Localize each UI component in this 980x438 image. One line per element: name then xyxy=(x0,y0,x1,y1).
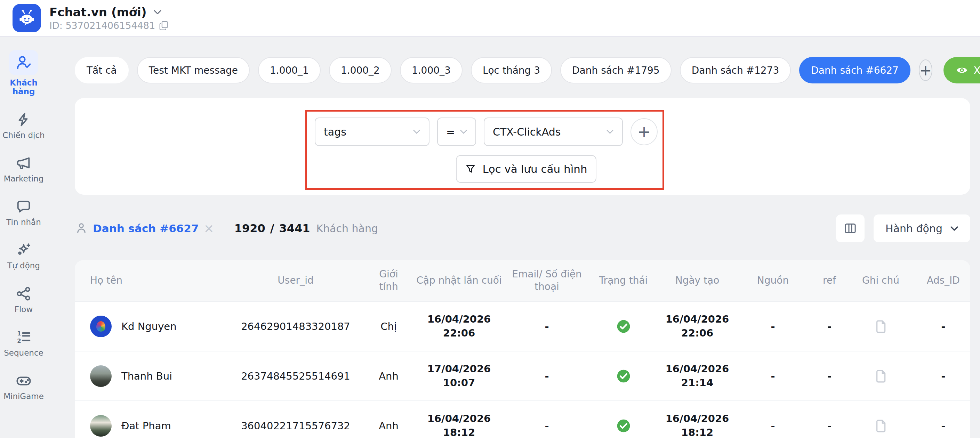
sidebar-label: Tự động xyxy=(7,262,40,270)
sidebar-item-flow[interactable]: Flow xyxy=(0,286,47,314)
count-unit: Khách hàng xyxy=(316,222,378,235)
avatar[interactable] xyxy=(90,365,111,387)
actions-dropdown-button[interactable]: Hành động xyxy=(873,214,970,242)
view-shared-list-label: Xem danh sách chia xyxy=(974,64,980,76)
add-condition-button[interactable]: + xyxy=(630,118,658,145)
status-active-icon xyxy=(616,368,631,384)
col-header-name[interactable]: Họ tên xyxy=(75,274,223,287)
cell-user-id: 26374845525514691 xyxy=(223,370,369,382)
col-header-ads-id[interactable]: Ads_ID xyxy=(916,274,970,287)
add-tab-button[interactable]: + xyxy=(919,59,932,81)
page-title: Fchat.vn (mới) xyxy=(49,5,146,19)
cell-ads-id: - xyxy=(916,321,970,332)
sidebar-item-tin-nhan[interactable]: Tin nhắn xyxy=(0,198,47,227)
cell-created-time: 18:12 xyxy=(681,426,713,438)
chevron-down-icon xyxy=(460,129,468,134)
filter-operator-value: = xyxy=(446,126,455,138)
customer-name[interactable]: Thanh Bui xyxy=(121,370,172,382)
customer-name[interactable]: Đat Pham xyxy=(121,420,171,432)
customer-name[interactable]: Kd Nguyen xyxy=(121,321,177,332)
sidebar-item-marketing[interactable]: Marketing xyxy=(0,155,47,183)
cell-created-date: 16/04/2026 xyxy=(666,313,729,326)
note-icon[interactable] xyxy=(874,319,888,334)
column-settings-button[interactable] xyxy=(836,214,865,242)
chevron-down-icon[interactable] xyxy=(153,10,162,15)
cell-source: - xyxy=(732,420,814,432)
copy-icon[interactable] xyxy=(159,21,168,30)
svg-text:1: 1 xyxy=(17,330,21,337)
sidebar-label: Chiến dịch xyxy=(2,131,45,140)
sidebar-label: Tin nhắn xyxy=(6,218,41,227)
cell-ref: - xyxy=(814,420,845,432)
share-nodes-icon xyxy=(16,286,32,302)
eye-icon xyxy=(956,66,968,75)
columns-icon xyxy=(843,221,857,235)
sidebar-label: Khách hàng xyxy=(0,79,47,96)
cell-updated-time: 10:07 xyxy=(443,376,475,390)
view-shared-list-button[interactable]: Xem danh sách chia xyxy=(943,57,980,83)
cell-ads-id: - xyxy=(916,420,970,432)
cell-ref: - xyxy=(814,321,845,332)
table-row[interactable]: Đat Pham 36040221715576732 Anh 16/04/202… xyxy=(75,400,970,438)
sidebar-item-minigame[interactable]: MiniGame xyxy=(0,373,47,401)
main-content: Tất cả Test MKT message 1.000_1 1.000_2 … xyxy=(47,37,980,438)
col-header-gender[interactable]: Giới tính xyxy=(369,268,409,294)
count-current: 1920 xyxy=(234,222,265,235)
tab-danh-sach-1795[interactable]: Danh sách #1795 xyxy=(560,57,671,83)
cell-ref: - xyxy=(814,370,845,382)
sidebar-item-sequence[interactable]: 1 2 Sequence xyxy=(0,329,47,357)
chat-bubble-icon xyxy=(16,198,32,214)
person-icon xyxy=(75,222,88,235)
filter-operator-select[interactable]: = xyxy=(437,117,476,146)
avatar[interactable] xyxy=(90,415,111,436)
count-separator: / xyxy=(270,222,274,235)
fchat-logo[interactable] xyxy=(13,4,41,32)
tab-loc-thang-3[interactable]: Lọc tháng 3 xyxy=(471,57,552,83)
table-row[interactable]: Thanh Bui 26374845525514691 Anh 17/04/20… xyxy=(75,351,970,400)
col-header-last-update[interactable]: Cập nhật lần cuối xyxy=(409,274,509,287)
apply-filter-label: Lọc và lưu cấu hình xyxy=(482,163,587,175)
customer-counts: 1920 / 3441 Khách hàng xyxy=(234,222,378,235)
sidebar-item-khach-hang[interactable]: Khách hàng xyxy=(0,50,47,96)
cell-user-id: 26462901483320187 xyxy=(223,321,369,332)
col-header-email[interactable]: Email/ Số điện thoại xyxy=(509,268,584,294)
cell-source: - xyxy=(732,321,814,332)
tab-danh-sach-6627[interactable]: Danh sách #6627 xyxy=(799,57,910,83)
sidebar-item-tu-dong[interactable]: Tự động xyxy=(0,242,47,270)
table-header-row: Họ tên User_id Giới tính Cập nhật lần cu… xyxy=(75,260,970,301)
note-icon[interactable] xyxy=(874,368,888,384)
col-header-user-id[interactable]: User_id xyxy=(223,274,369,287)
active-list-link[interactable]: Danh sách #6627 xyxy=(93,222,199,235)
chevron-down-icon xyxy=(413,129,420,134)
gamepad-icon xyxy=(16,373,32,389)
cell-email: - xyxy=(509,420,584,432)
apply-filter-button[interactable]: Lọc và lưu cấu hình xyxy=(456,155,597,183)
col-header-ref[interactable]: ref xyxy=(814,274,845,287)
cell-updated-time: 22:06 xyxy=(443,327,475,340)
tab-1000-3[interactable]: 1.000_3 xyxy=(400,57,463,83)
tab-danh-sach-1273[interactable]: Danh sách #1273 xyxy=(680,57,791,83)
note-icon[interactable] xyxy=(874,418,888,433)
tab-1000-2[interactable]: 1.000_2 xyxy=(329,57,391,83)
sidebar-item-chien-dich[interactable]: Chiến dịch xyxy=(0,111,47,140)
col-header-note[interactable]: Ghi chú xyxy=(845,274,916,287)
tab-test-mkt-message[interactable]: Test MKT message xyxy=(137,57,250,83)
tab-tat-ca[interactable]: Tất cả xyxy=(75,57,129,83)
table-row[interactable]: Kd Nguyen 26462901483320187 Chị 16/04/20… xyxy=(75,301,970,351)
svg-text:2: 2 xyxy=(17,338,21,344)
col-header-created[interactable]: Ngày tạo xyxy=(662,274,732,287)
col-header-status[interactable]: Trạng thái xyxy=(584,274,662,287)
cell-ads-id: - xyxy=(916,370,970,382)
customers-table: Họ tên User_id Giới tính Cập nhật lần cu… xyxy=(75,260,970,438)
col-header-source[interactable]: Nguồn xyxy=(732,274,814,287)
sidebar-label: Flow xyxy=(14,305,33,314)
cell-created-time: 22:06 xyxy=(681,327,713,340)
segment-tabs: Tất cả Test MKT message 1.000_1 1.000_2 … xyxy=(75,57,970,83)
filter-value-select[interactable]: CTX-ClickAds xyxy=(484,117,623,146)
remove-list-filter-icon[interactable]: × xyxy=(204,222,214,235)
avatar[interactable] xyxy=(90,316,111,337)
status-active-icon xyxy=(616,418,631,433)
filter-value: CTX-ClickAds xyxy=(493,126,561,138)
filter-field-select[interactable]: tags xyxy=(315,117,430,146)
tab-1000-1[interactable]: 1.000_1 xyxy=(258,57,321,83)
